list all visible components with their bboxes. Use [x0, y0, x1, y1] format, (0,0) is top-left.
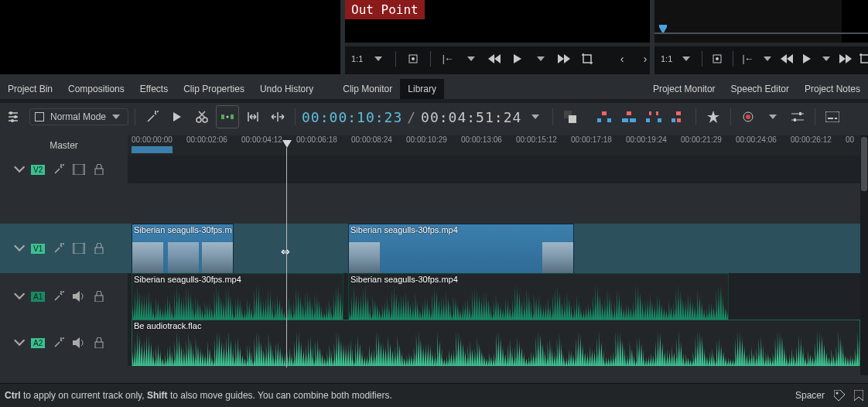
tab-project-notes[interactable]: Project Notes	[797, 79, 868, 99]
timeline-ruler[interactable]: 00:00:00:0000:00:02:0600:00:04:1200:00:0…	[128, 135, 868, 156]
film-icon[interactable]	[73, 242, 85, 255]
forward-icon[interactable]	[555, 50, 573, 68]
svg-rect-17	[622, 118, 628, 122]
razor-icon[interactable]	[191, 106, 213, 128]
lock-icon[interactable]	[93, 242, 105, 255]
fit-in-icon[interactable]	[242, 106, 264, 128]
edit-mode-dropdown[interactable]: Normal Mode	[29, 108, 128, 125]
waveform	[132, 285, 343, 320]
project-monitor-playhead-icon[interactable]	[659, 25, 667, 32]
rewind-icon[interactable]	[780, 50, 795, 68]
effects-icon[interactable]	[53, 163, 65, 176]
play-dropdown-icon[interactable]	[531, 50, 550, 68]
lock-icon[interactable]	[93, 290, 105, 303]
position-timecode[interactable]: 00:00:10:23/00:04:51:24	[302, 109, 521, 125]
zoom-dropdown-icon[interactable]	[760, 50, 775, 68]
zoom-dropdown-icon[interactable]	[462, 50, 480, 68]
project-monitor-zoom[interactable]: 1:1	[659, 54, 674, 63]
fit-out-icon[interactable]	[267, 106, 289, 128]
record-dropdown-icon[interactable]	[762, 106, 784, 128]
crop-icon[interactable]	[858, 50, 868, 68]
svg-rect-16	[602, 111, 607, 115]
clip-monitor-zoom[interactable]: 1:1	[350, 54, 364, 63]
force-original-icon[interactable]	[709, 50, 724, 68]
tab-clip-monitor[interactable]: Clip Monitor	[335, 79, 400, 99]
prev-marker-icon[interactable]	[613, 50, 631, 68]
in-start-icon[interactable]: |←	[740, 50, 755, 68]
ruler-tick: 00:00:17:18	[571, 135, 625, 144]
track-header-a1[interactable]: A1	[0, 273, 142, 320]
tab-compositions[interactable]: Compositions	[60, 79, 132, 99]
clip-v1-1[interactable]: Siberian seagulls-30fps.mp4	[348, 224, 574, 274]
tab-project-bin[interactable]: Project Bin	[0, 79, 60, 99]
track-lane-v1[interactable]: Siberian seagulls-30fps.mp4 Siberian sea…	[128, 224, 868, 274]
clip-v1-0[interactable]: Siberian seagulls-30fps.mp4	[132, 224, 234, 274]
lock-icon[interactable]	[93, 337, 105, 349]
tab-effects[interactable]: Effects	[132, 79, 176, 99]
clip-a1-0[interactable]: Siberian seagulls-30fps.mp4	[132, 273, 343, 320]
track-header-v2[interactable]: V2	[0, 156, 142, 183]
tab-undo-history[interactable]: Undo History	[252, 79, 321, 99]
effects-icon[interactable]	[53, 337, 65, 349]
sliders-icon[interactable]	[787, 106, 808, 128]
track-lane-v2[interactable]	[128, 156, 868, 184]
play-icon[interactable]	[508, 50, 527, 68]
speaker-icon[interactable]	[73, 290, 85, 303]
chevron-down-icon[interactable]	[14, 292, 23, 301]
spacer-tool-icon[interactable]	[216, 105, 239, 128]
mix-3-icon[interactable]	[643, 106, 665, 128]
subtitle-icon[interactable]	[822, 106, 843, 128]
chevron-down-icon[interactable]	[14, 244, 23, 253]
force-original-icon[interactable]	[404, 50, 422, 68]
svg-rect-20	[646, 118, 650, 122]
mix-2-icon[interactable]	[618, 106, 640, 128]
master-track-header[interactable]: Master	[0, 135, 128, 156]
tab-project-monitor[interactable]: Project Monitor	[645, 79, 723, 99]
composite-icon[interactable]	[559, 106, 581, 128]
mix-1-icon[interactable]	[593, 106, 615, 128]
rewind-icon[interactable]	[485, 50, 504, 68]
tab-library[interactable]: Library	[400, 79, 444, 99]
svg-rect-13	[569, 115, 576, 123]
lock-icon[interactable]	[93, 163, 105, 176]
timeline-settings-icon[interactable]	[5, 106, 26, 128]
track-badge-v2: V2	[31, 165, 45, 175]
track-lane-a2[interactable]: Be audiotrack.flac	[128, 320, 868, 367]
zoom-dropdown-icon[interactable]	[678, 50, 693, 68]
normal-mode-icon	[35, 112, 44, 121]
ruler-tick: 00:00:00:00	[132, 135, 186, 144]
play-icon[interactable]	[799, 50, 814, 68]
chevron-down-icon[interactable]	[14, 165, 23, 174]
timecode-dropdown-icon[interactable]	[525, 106, 546, 128]
favorite-icon[interactable]	[702, 106, 724, 128]
ruler-tick: 00:00:13:06	[461, 135, 515, 144]
bookmark-icon[interactable]	[854, 390, 863, 401]
speaker-icon[interactable]	[73, 337, 85, 349]
crop-icon[interactable]	[578, 50, 596, 68]
clip-a1-1[interactable]: Siberian seagulls-30fps.mp4	[348, 273, 729, 320]
zoom-dropdown-icon[interactable]	[369, 50, 388, 68]
track-header-a2[interactable]: A2	[0, 320, 142, 366]
chevron-down-icon[interactable]	[14, 338, 23, 347]
timeline-zone[interactable]	[132, 146, 173, 153]
play-dropdown-icon[interactable]	[818, 50, 833, 68]
effects-icon[interactable]	[53, 290, 65, 303]
svg-point-28	[746, 115, 750, 119]
film-icon[interactable]	[73, 163, 85, 176]
record-icon[interactable]	[737, 106, 759, 128]
effects-icon[interactable]	[53, 242, 65, 255]
track-header-v1[interactable]: V1	[0, 224, 142, 273]
track-lane-a1[interactable]: Siberian seagulls-30fps.mp4 Siberian sea…	[128, 273, 868, 320]
tag-icon[interactable]	[834, 390, 845, 401]
mix-4-icon[interactable]	[668, 106, 689, 128]
timeline-scrollbar[interactable]	[860, 135, 868, 375]
playhead[interactable]	[286, 148, 287, 368]
in-start-icon[interactable]: |←	[439, 50, 457, 68]
svg-rect-24	[672, 118, 675, 122]
magic-wand-icon[interactable]	[142, 106, 163, 128]
forward-icon[interactable]	[839, 50, 853, 68]
tab-speech-editor[interactable]: Speech Editor	[723, 79, 797, 99]
play-icon[interactable]	[166, 106, 188, 128]
clip-a2-0[interactable]: Be audiotrack.flac	[132, 320, 860, 367]
tab-clip-properties[interactable]: Clip Properties	[176, 79, 252, 99]
